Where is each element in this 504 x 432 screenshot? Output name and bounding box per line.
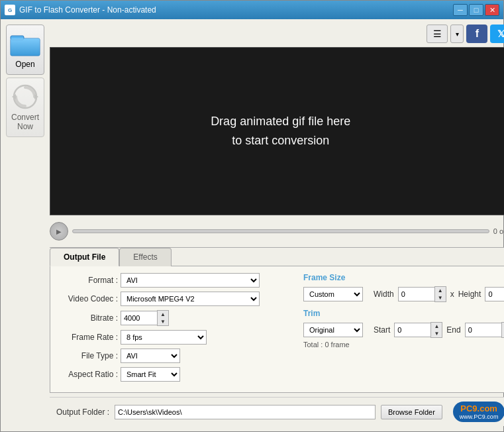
top-bar: ☰ ▾ f 𝕏 [50, 25, 504, 43]
video-codec-select[interactable]: Microsoft MPEG4 V2 [121, 292, 260, 306]
progress-bar[interactable] [72, 229, 489, 233]
right-settings: Frame Size Custom Width ▲ [303, 273, 504, 386]
app-icon: G [5, 5, 15, 15]
convert-label: Convert Now [9, 113, 41, 131]
watermark: PC9.com www.PC9.com [453, 402, 504, 422]
width-decrement[interactable]: ▼ [435, 294, 446, 301]
width-label: Width [374, 290, 394, 299]
settings-grid: Format : AVI Video Codec : Microsoft MPE… [58, 273, 503, 386]
window-controls: ─ □ ✕ [453, 4, 499, 16]
bitrate-row: Bitrate : ▲ ▼ [58, 310, 290, 326]
output-folder-label: Output Folder : [56, 407, 109, 417]
convert-now-button[interactable]: Convert Now [6, 78, 44, 137]
width-input[interactable] [398, 287, 434, 301]
watermark-top: PC9.com [460, 404, 497, 413]
bitrate-label: Bitrate : [58, 313, 118, 323]
frame-count: 0 of 0 [493, 227, 504, 235]
twitter-icon: 𝕏 [497, 28, 504, 39]
x-separator: x [450, 290, 454, 299]
bitrate-increment[interactable]: ▲ [158, 311, 168, 318]
browse-folder-button[interactable]: Browse Folder [381, 405, 442, 419]
bitrate-decrement[interactable]: ▼ [158, 318, 168, 325]
output-folder-input[interactable] [115, 405, 376, 419]
format-row: Format : AVI [58, 273, 290, 288]
width-spinner: ▲ ▼ [398, 286, 446, 302]
video-codec-label: Video Codec : [58, 294, 118, 303]
output-folder-bar: Output Folder : Browse Folder PC9.com ww… [50, 397, 504, 426]
trim-title: Trim [303, 309, 504, 318]
end-spinner: ▲ ▼ [465, 322, 504, 338]
title-bar: G GIF to Flash Converter - Non-activated… [1, 1, 503, 19]
close-button[interactable]: ✕ [485, 4, 499, 16]
trim-row: Original Start ▲ ▼ [303, 322, 504, 338]
playback-bar: ▶ 0 of 0 [50, 219, 504, 243]
end-input[interactable] [465, 323, 501, 337]
facebook-icon: f [476, 28, 479, 40]
dropdown-button[interactable]: ▾ [450, 25, 464, 43]
width-increment[interactable]: ▲ [435, 287, 446, 294]
drag-drop-text: Drag animated gif file here to start con… [211, 112, 350, 150]
frame-size-row: Custom Width ▲ ▼ x [303, 286, 504, 302]
start-increment[interactable]: ▲ [431, 323, 442, 330]
open-button[interactable]: Open [6, 25, 44, 75]
frame-size-title: Frame Size [303, 273, 504, 282]
start-spin-buttons: ▲ ▼ [430, 322, 442, 338]
bitrate-spinner: ▲ ▼ [121, 310, 169, 326]
twitter-button[interactable]: 𝕏 [490, 25, 504, 43]
svg-point-3 [14, 85, 36, 108]
main-window: G GIF to Flash Converter - Non-activated… [0, 0, 504, 432]
end-spin-buttons: ▲ ▼ [501, 322, 504, 338]
frame-rate-label: Frame Rate : [58, 333, 118, 342]
facebook-button[interactable]: f [466, 25, 487, 43]
open-label: Open [15, 60, 34, 69]
trim-select[interactable]: Original [303, 323, 363, 337]
frame-rate-select[interactable]: 8 fps [121, 330, 207, 345]
video-codec-row: Video Codec : Microsoft MPEG4 V2 [58, 292, 290, 306]
tab-content: Format : AVI Video Codec : Microsoft MPE… [50, 266, 504, 393]
restore-button[interactable]: □ [469, 4, 483, 16]
minimize-button[interactable]: ─ [453, 4, 468, 16]
title-bar-text: GIF to Flash Converter - Non-activated [19, 5, 453, 15]
file-type-row: File Type : AVI [58, 349, 290, 363]
height-spinner: ▲ ▼ [485, 286, 504, 302]
end-label: End [446, 325, 460, 335]
left-panel: Open Convert Now [6, 25, 44, 426]
start-spinner: ▲ ▼ [394, 322, 442, 338]
right-panel: ☰ ▾ f 𝕏 Drag animated gif file here to s… [50, 25, 504, 426]
watermark-bottom: www.PC9.com [460, 413, 499, 420]
aspect-ratio-select[interactable]: Smart Fit [121, 367, 180, 382]
tab-effects[interactable]: Effects [119, 248, 171, 266]
start-label: Start [374, 325, 390, 335]
folder-icon [9, 30, 41, 57]
bitrate-spin-buttons: ▲ ▼ [157, 310, 169, 326]
preview-area[interactable]: Drag animated gif file here to start con… [50, 47, 504, 215]
start-decrement[interactable]: ▼ [431, 330, 442, 337]
left-settings: Format : AVI Video Codec : Microsoft MPE… [58, 273, 290, 386]
start-input[interactable] [394, 323, 430, 337]
format-select[interactable]: AVI [121, 273, 260, 288]
trim-section: Trim Original Start ▲ [303, 309, 504, 349]
svg-rect-2 [11, 38, 40, 56]
frame-rate-row: Frame Rate : 8 fps [58, 330, 290, 345]
format-label: Format : [58, 276, 118, 285]
frame-size-select[interactable]: Custom [303, 287, 363, 301]
tab-bar: Output File Effects [50, 248, 504, 266]
aspect-ratio-row: Aspect Ratio : Smart Fit [58, 367, 290, 382]
file-type-label: File Type : [58, 351, 118, 360]
tabs-section: Output File Effects Format : AVI [50, 247, 504, 393]
main-content: Open Convert Now [1, 19, 503, 431]
tab-output-file[interactable]: Output File [50, 248, 119, 266]
file-type-select[interactable]: AVI [121, 349, 180, 363]
play-icon: ▶ [56, 228, 62, 235]
chevron-down-icon: ▾ [456, 30, 459, 38]
height-label: Height [458, 290, 481, 299]
bitrate-input[interactable] [121, 311, 157, 325]
convert-icon [12, 83, 38, 110]
height-input[interactable] [485, 287, 504, 301]
total-frames: Total : 0 frame [303, 341, 504, 349]
list-view-button[interactable]: ☰ [427, 25, 448, 43]
play-button[interactable]: ▶ [50, 222, 68, 241]
aspect-ratio-label: Aspect Ratio : [58, 370, 118, 379]
list-icon: ☰ [433, 28, 442, 39]
width-spin-buttons: ▲ ▼ [434, 286, 446, 302]
